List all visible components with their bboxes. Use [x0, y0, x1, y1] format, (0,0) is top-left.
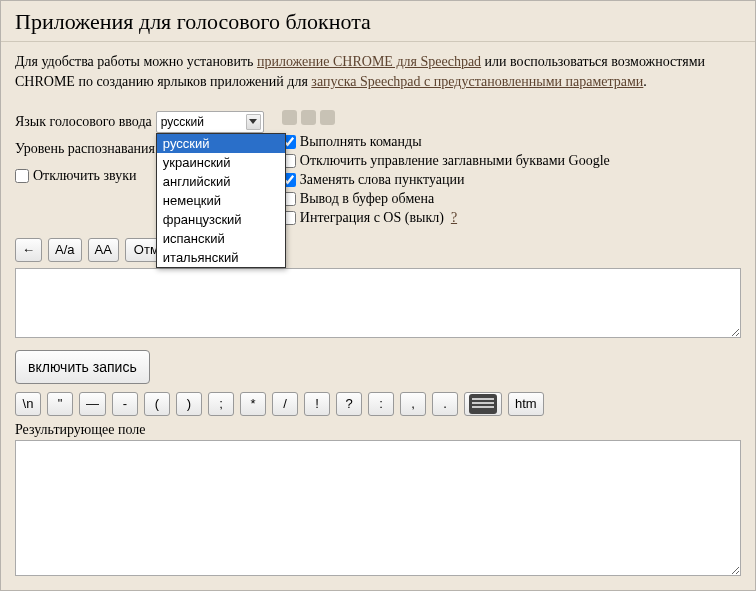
lang-option-ru[interactable]: русский — [157, 134, 285, 153]
input-textarea[interactable] — [15, 268, 741, 338]
punct-dash[interactable]: - — [112, 392, 138, 416]
voice-lang-value: русский — [161, 115, 204, 129]
lang-option-uk[interactable]: украинский — [157, 153, 285, 172]
app-window: Приложения для голосового блокнота Для у… — [0, 0, 756, 591]
result-textarea[interactable] — [15, 440, 741, 576]
os-integration-row: Интеграция с OS (выкл) ? — [282, 210, 610, 226]
trash-icon[interactable] — [320, 110, 335, 125]
punct-asterisk[interactable]: * — [240, 392, 266, 416]
lang-option-en[interactable]: английский — [157, 172, 285, 191]
punct-paren-open[interactable]: ( — [144, 392, 170, 416]
replace-punct-row: Заменять слова пунктуации — [282, 172, 610, 188]
back-button[interactable]: ← — [15, 238, 42, 262]
recog-level-label: Уровень распознавания — [15, 141, 155, 157]
intro-part3: . — [643, 74, 647, 89]
run-commands-row: Выполнять команды — [282, 134, 610, 150]
settings-left-col: Язык голосового ввода русский русский ук… — [15, 111, 264, 187]
lang-option-it[interactable]: итальянский — [157, 248, 285, 267]
result-label: Результирующее поле — [1, 416, 755, 440]
intro-part1: Для удобства работы можно установить — [15, 54, 257, 69]
punct-toolbar: \n " — - ( ) ; * / ! ? : , . htm — [1, 392, 755, 416]
buffer-out-row: Вывод в буфер обмена — [282, 191, 610, 207]
page-title: Приложения для голосового блокнота — [1, 1, 755, 42]
mute-sounds-checkbox[interactable] — [15, 169, 29, 183]
settings-right-col: Выполнять команды Отключить управление з… — [272, 111, 610, 226]
punct-quote[interactable]: " — [47, 392, 73, 416]
uppercase-button[interactable]: AA — [88, 238, 119, 262]
punct-colon[interactable]: : — [368, 392, 394, 416]
lang-option-fr[interactable]: французский — [157, 210, 285, 229]
punct-comma[interactable]: , — [400, 392, 426, 416]
punct-semicolon[interactable]: ; — [208, 392, 234, 416]
os-integration-label: Интеграция с OS (выкл) — [300, 210, 444, 226]
translate-icon[interactable] — [282, 110, 297, 125]
run-commands-label: Выполнять команды — [300, 134, 422, 150]
chevron-down-icon — [246, 114, 261, 130]
buffer-out-label: Вывод в буфер обмена — [300, 191, 434, 207]
voice-lang-select[interactable]: русский — [156, 111, 264, 133]
punct-newline[interactable]: \n — [15, 392, 41, 416]
lang-option-es[interactable]: испанский — [157, 229, 285, 248]
preset-launch-link[interactable]: запуска Speechpad с предустановленными п… — [311, 74, 643, 89]
punct-paren-close[interactable]: ) — [176, 392, 202, 416]
disable-caps-label: Отключить управление заглавными буквами … — [300, 153, 610, 169]
edit-toolbar: ← A/a AA Отменить — [1, 226, 755, 268]
intro-text: Для удобства работы можно установить при… — [1, 42, 755, 111]
keyboard-button[interactable] — [464, 392, 502, 416]
keyboard-icon — [469, 394, 497, 414]
clipboard-icon[interactable] — [301, 110, 316, 125]
os-integration-help-link[interactable]: ? — [451, 210, 457, 226]
settings-area: Язык голосового ввода русский русский ук… — [1, 111, 755, 226]
punct-exclaim[interactable]: ! — [304, 392, 330, 416]
punct-dash-long[interactable]: — — [79, 392, 106, 416]
punct-period[interactable]: . — [432, 392, 458, 416]
punct-question[interactable]: ? — [336, 392, 362, 416]
record-row: включить запись — [1, 338, 755, 392]
disable-caps-row: Отключить управление заглавными буквами … — [282, 153, 610, 169]
toolbar-icons — [282, 108, 610, 128]
start-record-button[interactable]: включить запись — [15, 350, 150, 384]
mute-sounds-label: Отключить звуки — [33, 168, 136, 184]
voice-lang-label: Язык голосового ввода — [15, 114, 152, 130]
replace-punct-label: Заменять слова пунктуации — [300, 172, 465, 188]
punct-slash[interactable]: / — [272, 392, 298, 416]
htm-button[interactable]: htm — [508, 392, 544, 416]
case-toggle-button[interactable]: A/a — [48, 238, 82, 262]
lang-option-de[interactable]: немецкий — [157, 191, 285, 210]
voice-lang-dropdown[interactable]: русский украинский английский немецкий ф… — [156, 133, 286, 268]
chrome-app-link[interactable]: приложение CHROME для Speechpad — [257, 54, 481, 69]
